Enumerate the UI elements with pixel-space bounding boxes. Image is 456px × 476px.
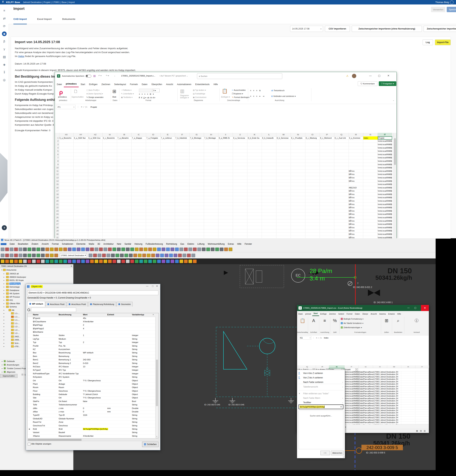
ribbon-tab[interactable]: Entwick	[387, 312, 396, 316]
property-row[interactable]: GeschossTxt Geschoss String	[27, 424, 156, 428]
toolbar-icon[interactable]	[50, 254, 54, 257]
expander-icon[interactable]: ▸	[4, 329, 4, 331]
column-header[interactable]: IJ	[233, 133, 247, 136]
kommer-cell[interactable]: BÃ¼ro	[349, 206, 363, 209]
header-cell[interactable]: Projekt	[378, 136, 392, 140]
filter-search-input[interactable]: 3k7IaJjpP0OR8pLQiz9Vbg ✕	[298, 405, 343, 409]
toolbar-icon[interactable]	[63, 260, 67, 263]
row-number[interactable]: 18	[55, 193, 59, 196]
toolbar-icon[interactable]	[98, 254, 101, 257]
formula-expanded-area[interactable]	[297, 340, 429, 366]
view-mode-icons[interactable]: ▦ ▤ ▥	[416, 430, 426, 432]
avatar[interactable]	[352, 74, 356, 78]
paste-button[interactable]: Einfügen ▾	[221, 96, 230, 98]
column-header[interactable]: IG	[189, 133, 204, 136]
ribbon-tab[interactable]: Ansicht	[164, 82, 175, 87]
projekt-cell[interactable]: \\rmb.local\RMB$\Da	[378, 229, 392, 233]
expander-icon[interactable]: ▸	[4, 339, 4, 341]
sidebar-icon[interactable]: ▤	[0, 54, 8, 60]
property-row[interactable]: $Typeid 45c	[27, 317, 156, 320]
toolbar-icon[interactable]	[90, 247, 94, 251]
toolbar-icon[interactable]	[19, 260, 22, 263]
projekt-cell[interactable]: \\rmb.local\RMB$\Da	[378, 233, 392, 236]
search-input[interactable]: ⌀ Suchen	[197, 73, 282, 79]
col-einheit[interactable]: Einheit	[107, 314, 114, 316]
ribbon-tab[interactable]: Formeln	[128, 82, 140, 87]
row-number[interactable]: 9	[55, 163, 59, 166]
projekt-cell[interactable]: \\rmb.local\RMB$\Da	[378, 160, 392, 163]
toolbar-icon[interactable]	[130, 247, 134, 251]
column-header[interactable]: HY	[74, 133, 88, 136]
projekt-cell[interactable]: \\rmb.local\RMB$\Da	[378, 196, 392, 199]
row-number[interactable]: 12	[55, 173, 59, 176]
toolbar-icon[interactable]	[36, 260, 40, 263]
csv-import-button[interactable]: CSV importieren	[325, 26, 350, 32]
header-cell[interactable]: 8_c_Werkvert	[320, 136, 334, 140]
property-row[interactable]: Ort Ort ?! 9. Obergeschoss Object	[27, 379, 156, 382]
menu-item[interactable]: Elektro	[186, 243, 196, 245]
menu-item[interactable]: Maße	[87, 243, 96, 245]
kommer-cell[interactable]	[349, 183, 363, 186]
ribbon-tab[interactable]: Ansicht	[369, 312, 378, 316]
ribbon-tab[interactable]: Entwicklertools	[193, 82, 211, 87]
row-number[interactable]: 14	[55, 179, 59, 183]
property-row[interactable]: TsNr Teilstreckennummer String	[27, 403, 156, 407]
toolbar-icon[interactable]	[41, 254, 45, 257]
property-row[interactable]: $DevName	[27, 331, 156, 334]
property-row[interactable]: IfcPredefinedType IFC Vordefinierter Typ…	[27, 372, 156, 375]
property-row[interactable]: $SphFlags 2	[27, 324, 156, 327]
column-header[interactable]: IE	[160, 133, 175, 136]
property-row[interactable]: zMax z max 0 mm Double	[27, 410, 156, 414]
toolbar-icon[interactable]	[19, 254, 22, 257]
reset-button[interactable]: ▣ Zurücksetzen	[193, 96, 206, 98]
tab-eigenschaften[interactable]: Eigenschaften	[0, 374, 17, 378]
header-cell[interactable]: 7_a_Lieferun	[160, 136, 175, 140]
horizontal-scrollbar[interactable]	[27, 438, 159, 441]
toolbar-icon[interactable]	[45, 254, 49, 257]
primedocs-logo-icon[interactable]: ρ	[59, 89, 63, 96]
toolbar-icon[interactable]	[1, 247, 4, 251]
projekt-cell[interactable]: \\rmb.local\RMB$\Da	[378, 173, 392, 176]
dialog-tab[interactable]: Geometrie	[116, 302, 133, 306]
row-number[interactable]: 1	[55, 136, 59, 140]
halign-buttons[interactable]: ≡ ≡ ≡ ⇤ ⇥	[250, 95, 265, 97]
toolbar-icon[interactable]	[157, 247, 161, 251]
property-row[interactable]: Building Gebäude ?! Jelmoli Zürich Objec…	[27, 393, 156, 396]
toolbar-icon[interactable]	[72, 260, 76, 263]
column-header[interactable]: IT	[345, 365, 359, 368]
toolbar-icon[interactable]	[81, 247, 85, 251]
show-all-objects-checkbox[interactable]	[28, 443, 30, 445]
toolbar-icon[interactable]	[120, 254, 124, 257]
minimize-button[interactable]: —	[369, 74, 372, 77]
menu-item[interactable]: Fußbodenheizung	[144, 243, 164, 245]
quick-access-icon[interactable]: ⌄	[114, 75, 116, 77]
toolbar-icon[interactable]	[45, 247, 49, 251]
header-cell[interactable]: 6_c_Bezeichn	[103, 136, 117, 140]
kommer-cell[interactable]: BÃ¼ro	[349, 176, 363, 179]
projekt-cell[interactable]: \\rmb.local\RMB$\Da	[378, 213, 392, 216]
column-header[interactable]: IC	[132, 133, 146, 136]
toolbar-icon[interactable]	[19, 247, 22, 251]
toolbar-icon[interactable]	[14, 260, 18, 263]
kommer-cell[interactable]: #BEZUG!	[349, 186, 363, 189]
toolbar-icon[interactable]	[32, 254, 36, 257]
kommer-cell[interactable]: BÃ¼ro	[349, 170, 363, 173]
toolbar-icon[interactable]	[166, 247, 170, 251]
group-sensitivity[interactable]: 🛈Vertrauli	[404, 317, 429, 334]
column-header[interactable]: IF	[175, 133, 189, 136]
column-header[interactable]: IK	[247, 133, 262, 136]
toolbar-icon[interactable]	[193, 247, 197, 251]
log-button[interactable]: Log	[422, 40, 433, 45]
cut-button[interactable]: ✂ Ausschneiden	[232, 89, 246, 91]
toolbar-icon[interactable]	[129, 254, 133, 257]
property-row[interactable]: Bem2 Bemerkung 2 0-019 String	[27, 362, 156, 365]
toolbar-icon[interactable]	[179, 260, 183, 263]
apply-design-button[interactable]: ✎ Design anwenden	[86, 96, 103, 98]
row-number[interactable]: 21	[55, 203, 59, 206]
kommer-cell[interactable]	[349, 156, 363, 160]
toolbar-icon[interactable]	[112, 260, 116, 263]
ribbon-tab[interactable]: Daten	[354, 312, 361, 316]
expander-icon[interactable]: ▸	[4, 313, 4, 314]
toolbar-icon[interactable]	[90, 260, 94, 263]
kommer-cell[interactable]: BÃ¼ro	[349, 193, 363, 196]
